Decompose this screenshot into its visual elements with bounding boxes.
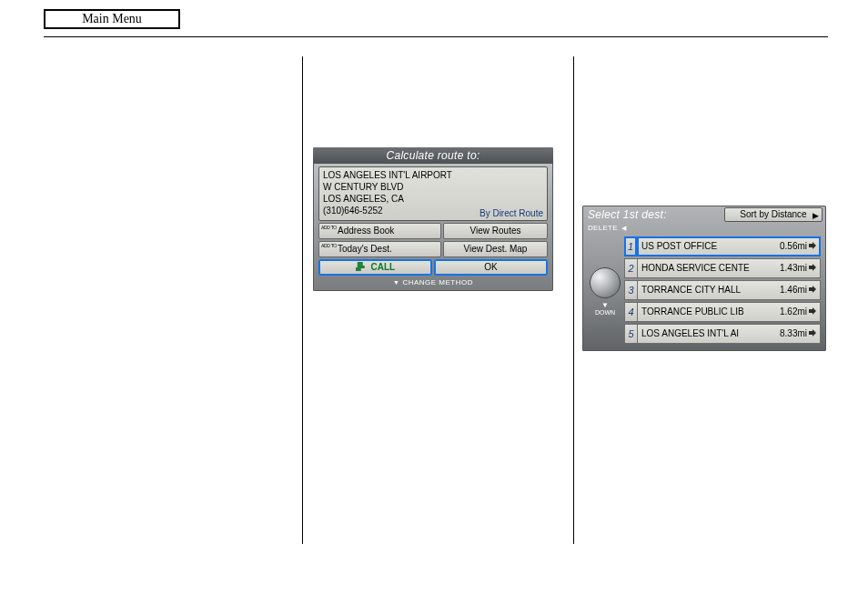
calculate-route-screen: Calculate route to: LOS ANGELES INT'L AI… bbox=[313, 147, 553, 291]
calculate-route-title: Calculate route to: bbox=[313, 147, 553, 164]
list-row-1[interactable]: 1 US POST OFFICE0.56mi bbox=[624, 236, 821, 256]
row-number: 4 bbox=[624, 302, 637, 322]
view-dest-map-button[interactable]: View Dest. Map bbox=[443, 241, 548, 257]
column-divider-1 bbox=[302, 56, 303, 544]
todays-dest-label: Today's Dest. bbox=[338, 244, 392, 254]
destination-info-panel: LOS ANGELES INT'L AIRPORT W CENTURY BLVD… bbox=[318, 166, 548, 221]
row-number: 3 bbox=[624, 280, 637, 300]
dest-street: W CENTURY BLVD bbox=[323, 181, 543, 193]
add-to-address-book-button[interactable]: ADD TO Address Book bbox=[318, 223, 441, 239]
address-book-label: Address Book bbox=[338, 226, 394, 236]
row-name: TORRANCE CITY HALL bbox=[641, 281, 741, 299]
route-mode-label: By Direct Route bbox=[479, 208, 543, 218]
row-distance: 1.43mi bbox=[780, 259, 816, 277]
ok-button[interactable]: OK bbox=[434, 259, 548, 276]
row-name: TORRANCE PUBLIC LIB bbox=[641, 303, 744, 321]
addto-prefix-2: ADD TO bbox=[321, 244, 337, 248]
column-divider-2 bbox=[573, 56, 574, 544]
sort-by-distance-button[interactable]: Sort by Distance bbox=[724, 207, 823, 222]
add-to-todays-dest-button[interactable]: ADD TO Today's Dest. bbox=[318, 241, 441, 257]
row-distance: 1.62mi bbox=[780, 303, 816, 321]
select-first-dest-screen: Select 1st dest: Sort by Distance DELETE… bbox=[582, 206, 826, 351]
row-distance: 0.56mi bbox=[780, 237, 816, 256]
dest-name: LOS ANGELES INT'L AIRPORT bbox=[323, 169, 543, 181]
header-divider bbox=[44, 36, 828, 37]
call-button[interactable]: CALL bbox=[318, 259, 432, 276]
row-number: 2 bbox=[624, 258, 637, 278]
row-number: 1 bbox=[624, 236, 637, 256]
list-row-5[interactable]: 5 LOS ANGELES INT'L AI8.33mi bbox=[624, 324, 821, 344]
view-routes-button[interactable]: View Routes bbox=[443, 223, 548, 239]
addto-prefix: ADD TO bbox=[321, 226, 337, 230]
row-name: US POST OFFICE bbox=[641, 237, 717, 256]
row-distance: 8.33mi bbox=[780, 325, 816, 343]
list-row-4[interactable]: 4 TORRANCE PUBLIC LIB1.62mi bbox=[624, 302, 821, 322]
change-method-hint: CHANGE METHOD bbox=[313, 278, 553, 291]
main-menu-button[interactable]: Main Menu bbox=[44, 9, 180, 29]
dest-city: LOS ANGELES, CA bbox=[323, 193, 543, 205]
row-distance: 1.46mi bbox=[780, 281, 816, 299]
delete-label[interactable]: DELETE bbox=[582, 224, 826, 235]
jog-dial[interactable] bbox=[590, 267, 621, 298]
call-label: CALL bbox=[371, 262, 396, 272]
down-indicator: DOWN bbox=[595, 302, 615, 317]
row-name: LOS ANGELES INT'L AI bbox=[641, 325, 739, 343]
list-row-3[interactable]: 3 TORRANCE CITY HALL1.46mi bbox=[624, 280, 821, 300]
list-row-2[interactable]: 2 HONDA SERVICE CENTE1.43mi bbox=[624, 258, 821, 278]
row-name: HONDA SERVICE CENTE bbox=[641, 259, 750, 277]
select-dest-title: Select 1st dest: bbox=[588, 208, 721, 221]
row-number: 5 bbox=[624, 324, 637, 344]
destination-list: 1 US POST OFFICE0.56mi 2 HONDA SERVICE C… bbox=[624, 236, 821, 344]
